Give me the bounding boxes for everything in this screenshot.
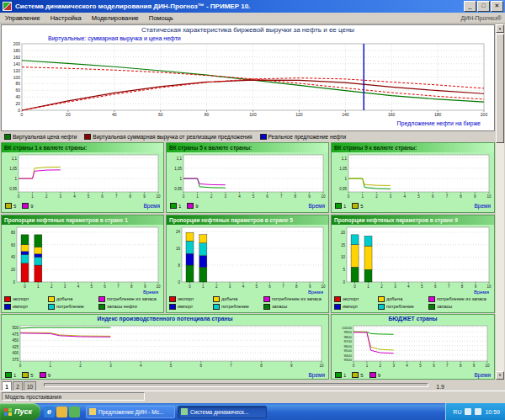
brand-label: ДИН-Прогноз® xyxy=(460,15,502,21)
legend-label: экспорт xyxy=(343,295,359,303)
sheet-tab-2[interactable]: 2 xyxy=(13,381,23,391)
scroll-up-icon[interactable]: ▲ xyxy=(496,24,504,33)
svg-text:450: 450 xyxy=(12,338,19,343)
legend-swatch xyxy=(263,296,270,302)
taskbar-task[interactable]: Система динамическ... xyxy=(178,406,267,418)
legend-swatch xyxy=(98,296,105,302)
taskbar-task[interactable]: Предложение ДИН - Мс... xyxy=(86,406,175,418)
prop-panel-3: Пропорции нефтяных параметров в стране 9… xyxy=(331,215,495,313)
legend-label: потребление из запаса xyxy=(107,295,157,303)
legend-item: 5 xyxy=(5,203,16,209)
svg-text:400: 400 xyxy=(12,351,19,355)
svg-text:7: 7 xyxy=(115,194,118,199)
time-slider-track[interactable] xyxy=(44,383,428,387)
menu-item-Помощь[interactable]: Помощь xyxy=(144,14,178,22)
svg-text:2: 2 xyxy=(380,364,382,368)
scrollbar-thumb[interactable] xyxy=(496,34,504,143)
panel-title: Пропорции нефтяных параметров в стране 5 xyxy=(167,215,328,225)
legend-item: запасы xyxy=(263,303,326,311)
svg-text:10: 10 xyxy=(341,255,346,259)
svg-text:140: 140 xyxy=(342,112,349,117)
svg-text:6: 6 xyxy=(104,284,106,289)
sheet-tab-10[interactable]: 10 xyxy=(24,381,36,391)
chart-canvas: 081624012345678910Время xyxy=(167,225,328,295)
svg-text:20: 20 xyxy=(341,231,346,235)
svg-text:100: 100 xyxy=(249,112,257,117)
prop-panel-1: Пропорции нефтяных параметров в стране 1… xyxy=(1,215,164,313)
svg-text:3: 3 xyxy=(229,284,231,289)
svg-text:4: 4 xyxy=(404,194,407,199)
legend-label: Виртуальная цена нефти xyxy=(13,134,77,140)
legend-swatch xyxy=(4,134,11,140)
legend-label: потребление из запаса xyxy=(272,295,322,303)
svg-text:10: 10 xyxy=(321,194,326,199)
svg-text:2: 2 xyxy=(215,284,218,289)
legend-item: 5 xyxy=(352,203,363,209)
svg-text:1,05: 1,05 xyxy=(339,167,347,171)
folder-icon[interactable] xyxy=(56,407,67,417)
budget-panel: БЮДЖЕТ страны930094009500960097009800990… xyxy=(331,314,495,380)
legend-swatch xyxy=(48,296,55,302)
legend-item: 1 xyxy=(170,203,181,209)
svg-text:0: 0 xyxy=(348,194,350,199)
legend-swatch xyxy=(169,296,176,302)
chart-canvas: 375400425450475500012345678910 xyxy=(2,323,328,370)
scroll-down-icon[interactable]: ▼ xyxy=(496,371,504,380)
panel-legend: 59Время xyxy=(2,201,163,210)
svg-text:1: 1 xyxy=(31,194,34,199)
maximize-button[interactable]: □ xyxy=(477,1,490,12)
svg-text:9: 9 xyxy=(474,194,476,199)
system-tray: RU 10:59 xyxy=(445,403,505,420)
quick-launch-bar: e xyxy=(44,407,80,417)
legend-item: импорт xyxy=(334,303,375,311)
legend-label: 5 xyxy=(360,204,363,209)
svg-text:10000: 10000 xyxy=(342,326,353,330)
svg-text:7: 7 xyxy=(230,364,232,368)
legend-swatch xyxy=(428,296,435,302)
chart-canvas: 020406080012345678910Время xyxy=(2,225,163,295)
menu-item-Моделирование[interactable]: Моделирование xyxy=(87,14,144,22)
task-app-icon xyxy=(89,408,96,415)
menu-item-Настройка[interactable]: Настройка xyxy=(45,14,87,22)
svg-text:40: 40 xyxy=(112,112,117,117)
close-button[interactable]: ✕ xyxy=(491,1,503,12)
app-icon[interactable] xyxy=(69,407,80,417)
main-chart-subtitle: Виртуальные: суммарная выручка и цена не… xyxy=(2,35,494,42)
tray-icon-2[interactable] xyxy=(475,408,481,415)
legend-label: добыча xyxy=(386,295,402,303)
start-button[interactable]: Пуск xyxy=(0,403,40,420)
ie-icon[interactable]: e xyxy=(44,407,55,417)
panel-legend: 159Время xyxy=(332,370,494,380)
legend-swatch xyxy=(48,304,55,310)
legend-label: добыча xyxy=(56,295,72,303)
svg-text:40: 40 xyxy=(11,255,16,259)
legend-swatch xyxy=(84,134,91,140)
svg-text:100: 100 xyxy=(13,75,21,80)
legend-item: 1 xyxy=(335,203,346,209)
panel-legend: экспортдобычапотребление из запасаимпорт… xyxy=(2,295,163,311)
vk-panel-3: ВК страны 9 к валюте страны:0,9511,051,1… xyxy=(331,142,495,213)
svg-text:0: 0 xyxy=(18,194,20,199)
legend-item: потребление xyxy=(213,303,260,311)
menu-item-Управление[interactable]: Управление xyxy=(0,14,45,22)
main-chart-xlabel: Предложение нефти на бирже xyxy=(2,120,494,127)
svg-text:1: 1 xyxy=(50,364,52,368)
sheet-tab-1[interactable]: 1 xyxy=(2,381,12,391)
clock[interactable]: 10:59 xyxy=(485,409,500,415)
svg-text:80: 80 xyxy=(205,112,210,117)
legend-label: импорт xyxy=(343,303,358,311)
legend-swatch xyxy=(213,296,220,302)
svg-text:1: 1 xyxy=(14,177,17,181)
legend-swatch xyxy=(334,304,341,310)
title-bar: Система динамического моделирования ДИН-… xyxy=(0,0,505,13)
language-indicator[interactable]: RU xyxy=(453,409,461,415)
vertical-scrollbar[interactable]: ▲ ▼ xyxy=(496,24,504,380)
legend-label: 1 xyxy=(343,373,346,378)
legend-label: 9 xyxy=(48,373,50,378)
minimize-button[interactable]: _ xyxy=(464,1,476,12)
tray-icon-1[interactable] xyxy=(465,408,471,415)
legend-item: импорт xyxy=(4,303,45,311)
svg-text:1: 1 xyxy=(366,364,369,368)
svg-text:0: 0 xyxy=(189,284,191,289)
svg-text:140: 140 xyxy=(13,61,21,66)
